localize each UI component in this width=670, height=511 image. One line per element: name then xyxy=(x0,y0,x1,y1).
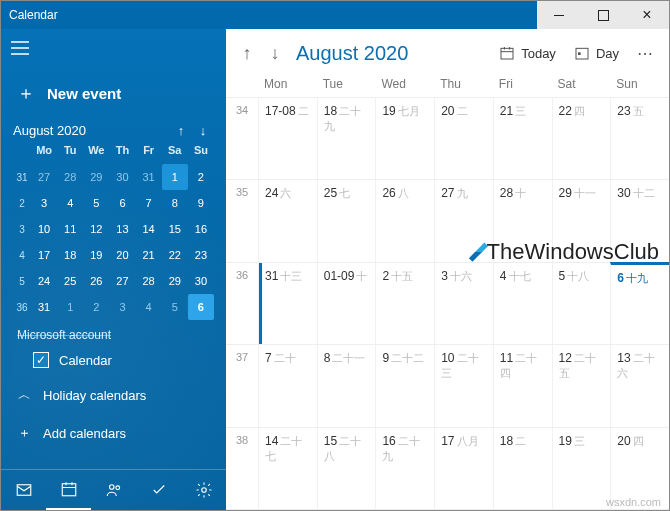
day-cell[interactable]: 25七 xyxy=(317,180,376,261)
mini-day[interactable]: 27 xyxy=(109,268,135,294)
next-range-button[interactable]: ↓ xyxy=(262,36,288,70)
prev-range-button[interactable]: ↑ xyxy=(234,36,260,70)
mini-day[interactable]: 26 xyxy=(83,268,109,294)
todo-tab[interactable] xyxy=(136,470,181,510)
mini-day[interactable]: 23 xyxy=(188,242,214,268)
mini-prev-button[interactable]: ↑ xyxy=(170,123,192,138)
mini-day[interactable]: 31 xyxy=(31,294,57,320)
mini-day[interactable]: 13 xyxy=(109,216,135,242)
day-cell[interactable]: 9二十二 xyxy=(375,345,434,426)
mini-day[interactable]: 20 xyxy=(109,242,135,268)
calendar-tab[interactable] xyxy=(46,470,91,510)
day-cell[interactable]: 18二十九 xyxy=(317,98,376,179)
day-cell[interactable]: 28十 xyxy=(493,180,552,261)
mini-day[interactable]: 30 xyxy=(109,164,135,190)
day-cell[interactable]: 12二十五 xyxy=(552,345,611,426)
mini-day[interactable]: 5 xyxy=(83,190,109,216)
mini-day[interactable]: 19 xyxy=(83,242,109,268)
day-view-button[interactable]: Day xyxy=(566,36,627,70)
mini-day[interactable]: 8 xyxy=(162,190,188,216)
mini-day[interactable]: 29 xyxy=(162,268,188,294)
mini-day[interactable]: 2 xyxy=(188,164,214,190)
day-cell[interactable]: 4十七 xyxy=(493,263,552,344)
day-cell[interactable]: 19三 xyxy=(552,428,611,509)
mini-day[interactable]: 15 xyxy=(162,216,188,242)
mini-day[interactable]: 28 xyxy=(136,268,162,294)
day-cell[interactable]: 13二十六 xyxy=(610,345,669,426)
day-cell[interactable]: 2十五 xyxy=(375,263,434,344)
minimize-button[interactable] xyxy=(537,1,581,29)
mini-day[interactable]: 7 xyxy=(136,190,162,216)
day-cell[interactable]: 01-09十 xyxy=(317,263,376,344)
mini-day[interactable]: 12 xyxy=(83,216,109,242)
day-cell[interactable]: 3十六 xyxy=(434,263,493,344)
mini-day[interactable]: 10 xyxy=(31,216,57,242)
holiday-calendars-row[interactable]: ︿ Holiday calendars xyxy=(1,376,226,414)
mini-month-label[interactable]: August 2020 xyxy=(13,123,170,138)
mini-day[interactable]: 2 xyxy=(83,294,109,320)
today-button[interactable]: Today xyxy=(491,36,564,70)
maximize-button[interactable] xyxy=(581,1,625,29)
new-event-button[interactable]: ＋ New event xyxy=(1,67,226,119)
day-cell[interactable]: 11二十四 xyxy=(493,345,552,426)
mini-day[interactable]: 27 xyxy=(31,164,57,190)
mini-day[interactable]: 1 xyxy=(57,294,83,320)
day-cell[interactable]: 20二 xyxy=(434,98,493,179)
mini-day[interactable]: 9 xyxy=(188,190,214,216)
mini-day[interactable]: 3 xyxy=(109,294,135,320)
day-cell[interactable]: 29十一 xyxy=(552,180,611,261)
mail-tab[interactable] xyxy=(1,470,46,510)
mini-day[interactable]: 5 xyxy=(162,294,188,320)
day-cell[interactable]: 16二十九 xyxy=(375,428,434,509)
mini-day[interactable]: 11 xyxy=(57,216,83,242)
day-cell[interactable]: 18二 xyxy=(493,428,552,509)
day-cell[interactable]: 23五 xyxy=(610,98,669,179)
mini-next-button[interactable]: ↓ xyxy=(192,123,214,138)
day-cell[interactable]: 21三 xyxy=(493,98,552,179)
day-cell[interactable]: 30十二 xyxy=(610,180,669,261)
day-cell[interactable]: 7二十 xyxy=(258,345,317,426)
day-cell[interactable]: 24六 xyxy=(258,180,317,261)
mini-day[interactable]: 14 xyxy=(136,216,162,242)
day-cell[interactable]: 14二十七 xyxy=(258,428,317,509)
mini-day[interactable]: 3 xyxy=(31,190,57,216)
mini-day[interactable]: 22 xyxy=(162,242,188,268)
day-cell[interactable]: 6十九 xyxy=(610,262,669,344)
hamburger-button[interactable] xyxy=(1,29,39,67)
close-button[interactable]: × xyxy=(625,1,669,29)
more-button[interactable]: ⋯ xyxy=(629,36,661,70)
mini-day[interactable]: 31 xyxy=(136,164,162,190)
add-calendars-row[interactable]: ＋ Add calendars xyxy=(1,414,226,452)
mini-day[interactable]: 16 xyxy=(188,216,214,242)
main-pane: ↑ ↓ August 2020 Today Day ⋯ MonTueWedThu… xyxy=(226,29,669,510)
people-tab[interactable] xyxy=(91,470,136,510)
day-cell[interactable]: 19七月 xyxy=(375,98,434,179)
mini-day[interactable]: 28 xyxy=(57,164,83,190)
titlebar: Calendar × xyxy=(1,1,669,29)
mini-day[interactable]: 24 xyxy=(31,268,57,294)
main-month-label[interactable]: August 2020 xyxy=(290,42,414,65)
mini-day[interactable]: 1 xyxy=(162,164,188,190)
day-cell[interactable]: 22四 xyxy=(552,98,611,179)
mini-day[interactable]: 21 xyxy=(136,242,162,268)
day-cell[interactable]: 31十三 xyxy=(258,263,317,344)
mini-day[interactable]: 4 xyxy=(57,190,83,216)
day-cell[interactable]: 27九 xyxy=(434,180,493,261)
mini-day[interactable]: 30 xyxy=(188,268,214,294)
day-cell[interactable]: 15二十八 xyxy=(317,428,376,509)
day-cell[interactable]: 10二十三 xyxy=(434,345,493,426)
settings-tab[interactable] xyxy=(181,470,226,510)
day-cell[interactable]: 8二十一 xyxy=(317,345,376,426)
day-cell[interactable]: 5十八 xyxy=(552,263,611,344)
day-cell[interactable]: 17-08二 xyxy=(258,98,317,179)
day-cell[interactable]: 26八 xyxy=(375,180,434,261)
mini-day[interactable]: 29 xyxy=(83,164,109,190)
mini-day[interactable]: 6 xyxy=(109,190,135,216)
mini-day[interactable]: 6 xyxy=(188,294,214,320)
mini-day[interactable]: 4 xyxy=(136,294,162,320)
day-cell[interactable]: 17八月 xyxy=(434,428,493,509)
mini-day[interactable]: 18 xyxy=(57,242,83,268)
mini-day[interactable]: 25 xyxy=(57,268,83,294)
calendar-checkbox-row[interactable]: Calendar xyxy=(1,344,226,376)
mini-day[interactable]: 17 xyxy=(31,242,57,268)
